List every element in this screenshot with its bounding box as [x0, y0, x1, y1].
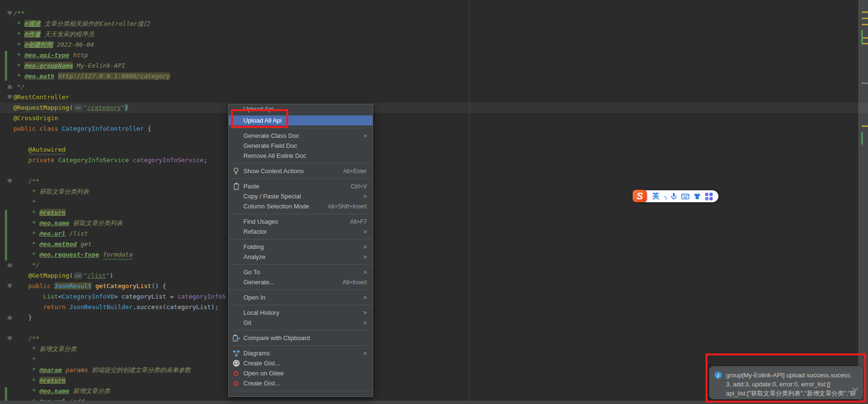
menu-item-diagrams[interactable]: Diagrams>	[229, 348, 373, 358]
skin-icon[interactable]	[694, 193, 701, 199]
code-line[interactable]: * @param params 前端提交的创建文章分类的表单参数	[13, 365, 191, 375]
code-line[interactable]: * 获取文章分类列表	[13, 186, 89, 197]
menu-item-folding[interactable]: Folding>	[229, 242, 373, 252]
menu-item-show-context-actions[interactable]: Show Context ActionsAlt+Enter	[229, 166, 373, 176]
menu-item-copy-paste-special[interactable]: Copy / Paste Special>	[229, 191, 373, 201]
menu-item-go-to[interactable]: Go To>	[229, 267, 373, 277]
code-line[interactable]: * @eo.url /list	[13, 228, 88, 239]
menu-item-local-history[interactable]: Local History>	[229, 308, 373, 318]
code-token: *	[13, 219, 40, 227]
code-token: @RequestMapping	[13, 104, 69, 111]
code-token: public	[28, 282, 54, 290]
code-line[interactable]: * @作者 天天发呆的程序员	[13, 29, 94, 40]
code-token: *	[13, 41, 24, 48]
code-token: 新增文章分类	[40, 345, 77, 352]
url-inlay-icon[interactable]: ◎∨	[74, 272, 82, 279]
code-line[interactable]: * @eo.request-type formdata	[13, 249, 132, 260]
code-token: (	[69, 104, 73, 111]
menu-item-paste[interactable]: PasteCtrl+V	[229, 181, 373, 191]
code-line[interactable]: public JsonResult getCategoryList() {	[13, 281, 166, 291]
menu-item-open-in[interactable]: Open In>	[229, 292, 373, 302]
code-token: CategoryInfoVO	[62, 293, 114, 300]
code-editor[interactable]: /** * @描述 文章分类相关操作的Controller接口 * @作者 天天…	[0, 0, 868, 404]
code-line[interactable]: @Autowired	[13, 145, 66, 155]
submenu-arrow-icon: >	[363, 243, 367, 250]
code-token: /list	[66, 230, 88, 237]
code-line[interactable]: private CategoryInfoService categoryInfo…	[13, 155, 207, 166]
menu-separator	[229, 305, 372, 305]
code-line[interactable]: * @描述 文章分类相关操作的Controller接口	[13, 19, 150, 29]
code-token	[62, 366, 66, 373]
menu-item-shortcut: Ctrl+V	[351, 183, 367, 190]
ide-window: /** * @描述 文章分类相关操作的Controller接口 * @作者 天天…	[0, 0, 868, 404]
code-token: @Autowired	[28, 146, 65, 153]
menu-item-create-gist[interactable]: Create Gist...	[229, 358, 373, 368]
code-line[interactable]: */	[13, 82, 24, 92]
code-line[interactable]: /**	[13, 176, 40, 186]
code-line[interactable]: * 新增文章分类	[13, 344, 77, 354]
menu-item-shortcut: Alt+Insert	[343, 279, 367, 286]
menu-item-create-gist[interactable]: GCreate Gist...	[229, 378, 373, 388]
code-line[interactable]: /**	[13, 8, 24, 19]
menu-item-label: Create Gist...	[243, 360, 280, 367]
menu-item-generate-field-doc[interactable]: Generate Field Doc	[229, 141, 373, 151]
menu-item-find-usages[interactable]: Find UsagesAlt+F7	[229, 217, 373, 227]
menu-item-refactor[interactable]: Refactor>	[229, 227, 373, 237]
menu-item-git[interactable]: Git>	[229, 318, 373, 328]
code-line[interactable]: @GetMapping(◎∨"/list")	[13, 270, 113, 281]
menu-item-generate[interactable]: Generate...Alt+Insert	[229, 277, 373, 287]
sogou-logo-icon[interactable]: S	[633, 190, 647, 202]
code-line[interactable]: * @eo.name 新增文章分类	[13, 386, 110, 396]
diagrams-icon	[232, 349, 240, 357]
code-line[interactable]: /**	[13, 333, 40, 344]
code-token: }	[13, 314, 32, 321]
code-line[interactable]: *	[13, 197, 36, 207]
code-token: http	[69, 52, 88, 59]
code-token: public class	[13, 125, 62, 132]
code-line[interactable]: * @eo.name 获取文章分类列表	[13, 218, 122, 228]
code-token: *	[13, 52, 24, 59]
code-line[interactable]: public class CategoryInfoController {	[13, 124, 151, 134]
code-token: (	[69, 272, 73, 279]
code-token: 文章分类相关操作的Controller接口	[40, 20, 150, 27]
code-token: categoryInfoService	[132, 156, 203, 164]
code-line[interactable]: List<CategoryInfoVO> categoryList = cate…	[13, 291, 226, 302]
code-line[interactable]: * @eo.method get	[13, 239, 91, 249]
code-token: *	[13, 366, 40, 373]
code-token: @eo.name	[40, 387, 70, 394]
code-line[interactable]: * @eo.groupName My-Eolink-API	[13, 61, 125, 71]
menu-item-open-on-gitee[interactable]: GOpen on Gitee	[229, 368, 373, 378]
keyboard-icon[interactable]	[681, 194, 689, 199]
menu-item-label: Open In	[243, 294, 265, 301]
code-token: *	[13, 377, 40, 384]
code-token: <	[58, 293, 62, 300]
ime-english-mode-button[interactable]: 英	[652, 192, 659, 201]
menu-separator	[229, 345, 372, 346]
menu-item-column-selection-mode[interactable]: Column Selection ModeAlt+Shift+Insert	[229, 201, 373, 211]
code-line[interactable]: *	[13, 354, 36, 365]
code-token: @eo.method	[40, 240, 77, 248]
code-line[interactable]: */	[13, 260, 40, 270]
code-line[interactable]: return JsonResultBuilder.success(categor…	[13, 302, 219, 312]
code-line[interactable]: * @eo.path http://127.0.0.1:8080/categor…	[13, 71, 170, 82]
menu-item-analyze[interactable]: Analyze>	[229, 252, 373, 262]
code-line[interactable]: * @return	[13, 375, 66, 386]
microphone-icon[interactable]	[671, 193, 677, 200]
code-line[interactable]: * @eo.api-type http	[13, 50, 88, 61]
menu-item-generate-class-doc[interactable]: Generate Class Doc>	[229, 131, 373, 141]
code-line[interactable]: * @创建时间 2022-06-04	[13, 40, 94, 50]
url-inlay-icon[interactable]: ◎∨	[74, 104, 82, 111]
code-token: )	[124, 104, 128, 111]
code-line[interactable]: @RequestMapping(◎∨"/category")	[13, 103, 128, 113]
ime-punctuation-button[interactable]: ·,	[664, 193, 666, 200]
code-line[interactable]: }	[13, 312, 32, 323]
toolbox-icon[interactable]	[705, 193, 713, 200]
code-line[interactable]: * @return	[13, 207, 66, 218]
menu-item-compare-with-clipboard[interactable]: Compare with Clipboard	[229, 333, 373, 343]
code-token: "	[106, 272, 110, 279]
code-line[interactable]: @CrossOrigin	[13, 113, 58, 124]
menu-item-label: Folding	[243, 243, 264, 250]
menu-separator	[229, 163, 372, 164]
menu-item-remove-all-eolink-doc[interactable]: Remove All Eolink Doc	[229, 151, 373, 161]
code-line[interactable]: @RestController	[13, 92, 69, 103]
